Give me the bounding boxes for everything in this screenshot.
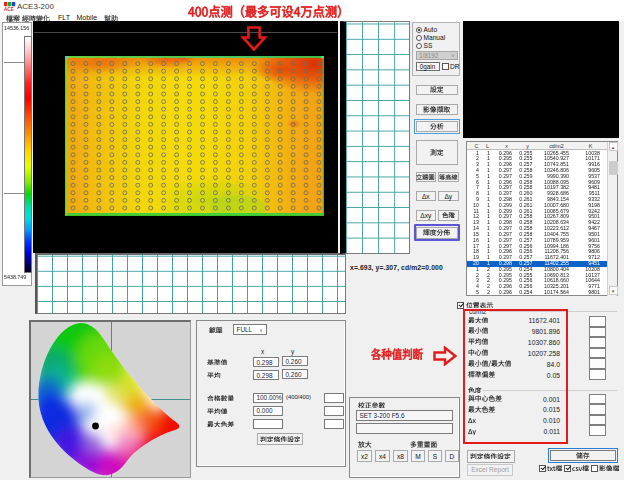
ref-y-field[interactable]: 0.260 (282, 356, 308, 366)
judge-result-box (589, 348, 606, 359)
save-button[interactable] (550, 450, 617, 462)
table-scrollbar[interactable]: ▴ ▾ (607, 142, 617, 296)
radio-circle-icon (416, 43, 422, 49)
radio-label: Auto (424, 26, 438, 33)
solid-view-button[interactable] (416, 172, 437, 182)
range-judge-box-0 (324, 393, 344, 403)
range-judge-box-1 (324, 406, 344, 416)
pass-count: (400/400) (286, 394, 311, 400)
scale-max-label: 14536.156 (4, 25, 29, 31)
color-scale-gradient (24, 36, 32, 273)
radio-circle-icon (416, 27, 422, 33)
ace3-200-window: {"window": {"title": "ACE3-200", "icon":… (0, 0, 624, 480)
annotation-red-rectangle (463, 309, 568, 444)
radio-circle-icon (416, 35, 422, 41)
settings-button[interactable] (416, 85, 458, 96)
measurement-image-viewer[interactable] (33, 21, 338, 253)
scale-tick-lower (4, 193, 24, 194)
scroll-down-icon[interactable]: ▾ (609, 286, 618, 295)
horizontal-profile-grid (35, 253, 346, 314)
cie-chromaticity-panel (29, 320, 192, 478)
range-value: FULL (237, 326, 253, 333)
col-header: C (473, 143, 481, 149)
contour-button-label (439, 174, 458, 181)
format-checkbox-1[interactable] (564, 465, 589, 472)
image-capture-button-label (423, 106, 450, 113)
mean-field[interactable]: 0.000 (253, 406, 283, 416)
capture-settings-group: Auto Manual SS 1/8192∨ 0gain DR (412, 22, 460, 76)
judge2-label (260, 436, 301, 443)
maxdiff-field[interactable] (253, 419, 283, 429)
zero-gain-button[interactable]: 0gain (416, 62, 440, 72)
delta-y-button[interactable]: Δy (438, 191, 459, 201)
table-header: C L x y cd/m2 K (467, 142, 617, 150)
save-button-label (576, 452, 590, 459)
contour-button[interactable] (438, 172, 459, 182)
excel-report-button[interactable]: Excel Report (467, 464, 513, 477)
judge-condition-button[interactable] (467, 450, 515, 463)
cal-field-1[interactable]: SET 3-200 F5.6 (356, 410, 453, 421)
format-checkbox-0[interactable] (539, 465, 563, 472)
multi-D-button[interactable]: D (445, 450, 459, 462)
table-row[interactable]: 520.2960.25410174.5649801 (467, 290, 608, 296)
tone-button[interactable] (438, 210, 459, 221)
tone-button-label (442, 212, 455, 219)
camera-preview (463, 21, 619, 138)
format-label-1 (572, 465, 589, 472)
heatmap-color-field (65, 56, 324, 216)
shutter-speed-select[interactable]: 1/8192∨ (416, 51, 458, 60)
col-header: cd/m2 (539, 143, 575, 149)
checkbox-icon (591, 465, 598, 472)
col-header: x (497, 143, 517, 149)
maxdiff-label (207, 421, 234, 439)
cal-field-2[interactable] (356, 423, 453, 434)
format-checkbox-2[interactable] (591, 465, 620, 472)
multi-S-button[interactable]: S (428, 450, 442, 462)
calibration-panel: SET 3-200 F5.6 x2 x4 x8 M S D (349, 397, 460, 478)
dr-checkbox[interactable]: DR (442, 63, 460, 70)
analyze-button[interactable] (416, 121, 458, 133)
settings-button-label (430, 86, 444, 93)
solid-view-button-label (416, 174, 435, 181)
avg-x-field[interactable]: 0.298 (253, 370, 279, 380)
judge-result-box (589, 425, 606, 436)
delta-x-button[interactable]: Δx (416, 191, 437, 201)
y-col-header: y (291, 348, 294, 355)
radio-label: Manual (424, 34, 446, 41)
dr-label: DR (450, 63, 460, 70)
image-capture-button[interactable] (416, 104, 458, 115)
range-label (209, 327, 223, 345)
luminance-heatmap (65, 56, 324, 216)
measure-button-label (430, 149, 444, 156)
shutter-value: 1/8192 (419, 52, 438, 59)
col-header: L (484, 143, 492, 149)
radio-auto[interactable]: Auto (416, 26, 437, 34)
avg-y-field[interactable]: 0.260 (282, 369, 308, 379)
luminance-distribution-button[interactable] (416, 227, 458, 239)
chevron-down-icon: ∨ (259, 328, 263, 332)
delta-xy-button[interactable]: Δxy (416, 210, 437, 221)
multi-M-button[interactable]: M (411, 450, 425, 462)
radio-ss[interactable]: SS (416, 42, 432, 50)
radio-manual[interactable]: Manual (416, 34, 445, 42)
format-label-2 (599, 465, 619, 472)
zoom-x8-button[interactable]: x8 (393, 450, 408, 462)
scroll-thumb[interactable] (609, 161, 618, 175)
col-header: y (518, 143, 538, 149)
judge-condition-button-label (470, 453, 511, 460)
col-header: K (576, 143, 606, 149)
zoom-x2-button[interactable]: x2 (357, 450, 372, 462)
analyze-button-label (430, 123, 444, 130)
measure-button[interactable] (416, 140, 458, 166)
judge-result-box (589, 404, 606, 415)
format-label-0 (547, 465, 562, 472)
pass-field[interactable]: 100.00% (253, 393, 283, 403)
zoom-x4-button[interactable]: x4 (375, 450, 390, 462)
scroll-up-icon[interactable]: ▴ (609, 142, 618, 151)
range-select[interactable]: FULL∨ (233, 324, 267, 335)
ref-x-field[interactable]: 0.298 (253, 357, 279, 367)
judge-condition-button-2[interactable] (257, 433, 303, 445)
checkbox-icon (457, 302, 464, 309)
judge-result-box (589, 394, 606, 405)
cie-horseshoe-diagram (31, 322, 191, 477)
